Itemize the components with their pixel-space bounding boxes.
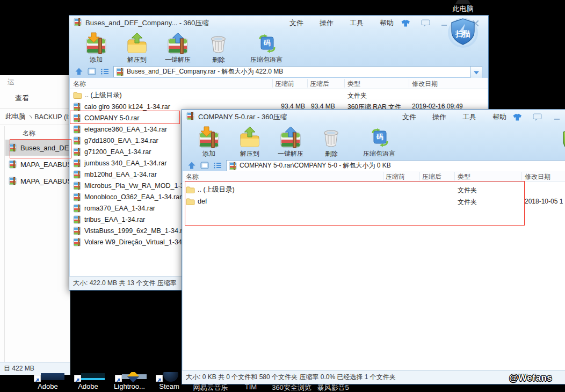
address-dropdown-button[interactable] <box>470 66 482 78</box>
window-title: Buses_and_DEF_Company... - 360压缩 <box>85 18 209 28</box>
rar-file-icon <box>73 238 82 246</box>
col-before[interactable]: 压缩前 <box>275 79 294 89</box>
up-level-icon[interactable] <box>187 161 196 172</box>
menu-bar: 文件 操作 工具 帮助 <box>289 16 394 31</box>
shortcut-label[interactable]: Adobe <box>78 382 98 390</box>
col-after[interactable]: 压缩后 <box>310 79 329 89</box>
lightroom-shortcut-icon[interactable] <box>115 372 147 382</box>
trash-icon <box>208 32 229 55</box>
col-name[interactable]: 名称 <box>73 79 86 89</box>
rar-file-icon <box>73 103 82 111</box>
col-type[interactable]: 类型 <box>458 172 470 182</box>
address-input[interactable]: COMPANY 5-0.rar\COMPANY 5-0 - 解包大小为 0 KB <box>226 160 565 171</box>
rar-file-icon <box>73 114 82 122</box>
archive-language-button[interactable]: 码 压缩包语言 <box>239 32 294 64</box>
svg-text:码: 码 <box>376 133 383 141</box>
skin-icon[interactable] <box>399 18 412 28</box>
window-title: COMPANY 5-0.rar - 360压缩 <box>198 112 287 122</box>
menu-file[interactable]: 文件 <box>289 18 303 28</box>
rar-file-icon <box>229 162 237 170</box>
this-pc-icon[interactable] <box>455 0 470 4</box>
shortcut-arrow-icon <box>156 375 163 382</box>
menu-file[interactable]: 文件 <box>402 112 416 122</box>
delete-button[interactable]: 删除 <box>198 32 239 64</box>
extract-to-button[interactable]: 解压到 <box>117 32 157 64</box>
menu-tools[interactable]: 工具 <box>350 18 364 28</box>
add-button[interactable]: 添加 <box>189 126 229 158</box>
adobe-shortcut-icon[interactable] <box>74 372 105 382</box>
file-explorer-window[interactable]: 运 查看 此电脑 BACKUP (I: 名称 Buses_and_DEF MAP… <box>0 75 70 375</box>
menu-operation[interactable]: 操作 <box>432 112 446 122</box>
breadcrumb-this-pc[interactable]: 此电脑 <box>5 112 26 121</box>
svg-text:码: 码 <box>263 39 271 47</box>
language-icon: 码 <box>367 126 391 149</box>
adobe-shortcut-icon[interactable] <box>34 372 65 382</box>
explorer-name-header[interactable]: 名称 <box>23 129 35 138</box>
skin-icon[interactable] <box>511 112 524 122</box>
view-mode-icon[interactable] <box>88 68 96 77</box>
one-click-extract-icon <box>279 126 302 149</box>
list-mode-icon[interactable] <box>213 162 222 171</box>
minimize-button[interactable] <box>550 112 563 122</box>
rar-file-icon <box>73 227 82 235</box>
title-bar[interactable]: COMPANY 5-0.rar - 360压缩 <box>182 110 565 125</box>
explorer-row[interactable]: MAPA_EAABUS <box>5 156 70 172</box>
feedback-icon[interactable] <box>419 18 432 28</box>
rar-file-icon <box>73 148 82 156</box>
col-name[interactable]: 名称 <box>186 172 199 182</box>
zip-window-company[interactable]: COMPANY 5-0.rar - 360压缩 文件 操作 工具 帮助 添加 <box>182 109 565 384</box>
archive-row[interactable]: .. (上级目录) 文件夹 <box>70 90 488 101</box>
col-type[interactable]: 类型 <box>347 79 360 89</box>
breadcrumb-drive[interactable]: BACKUP (I: <box>34 113 70 121</box>
col-after[interactable]: 压缩后 <box>422 172 441 182</box>
file-list: 名称 压缩前 压缩后 类型 修改日期 .. (上级目录) 文件夹 def 文件夹… <box>183 171 565 370</box>
menu-help[interactable]: 帮助 <box>380 18 394 28</box>
menu-operation[interactable]: 操作 <box>320 18 334 28</box>
menu-help[interactable]: 帮助 <box>492 112 506 122</box>
col-before[interactable]: 压缩前 <box>386 172 405 182</box>
list-mode-icon[interactable] <box>100 68 109 77</box>
archive-language-button[interactable]: 码 压缩包语言 <box>352 126 407 158</box>
feedback-icon[interactable] <box>531 112 544 122</box>
shortcut-arrow-icon <box>74 375 81 382</box>
one-click-extract-button[interactable]: 一键解压 <box>157 32 198 64</box>
shortcut-label[interactable]: Steam <box>159 382 179 390</box>
scan-shield-icon: 扫描 <box>446 16 480 49</box>
column-headers: 名称 压缩前 压缩后 类型 修改日期 <box>70 78 488 89</box>
scan-button[interactable]: 扫描 <box>446 16 480 49</box>
shortcut-label[interactable]: Lightroo... <box>114 382 145 390</box>
breadcrumb[interactable]: 此电脑 BACKUP (I: <box>0 108 70 125</box>
steam-shortcut-icon[interactable] <box>156 372 184 382</box>
menu-tools[interactable]: 工具 <box>462 112 476 122</box>
extract-to-button[interactable]: 解压到 <box>229 126 270 158</box>
toolbar: 添加 解压到 一键解压 删除 <box>69 32 488 65</box>
address-input[interactable]: Buses_and_DEF_Company.rar - 解包大小为 422.0 … <box>113 66 471 77</box>
tab-view[interactable]: 查看 <box>15 93 29 103</box>
address-row: COMPANY 5-0.rar\COMPANY 5-0 - 解包大小为 0 KB <box>182 159 565 172</box>
pane-divider <box>4 126 5 362</box>
up-level-icon[interactable] <box>75 67 83 78</box>
rar-file-icon <box>73 204 82 213</box>
archive-row[interactable]: .. (上级目录) 文件夹 <box>183 184 565 195</box>
col-date[interactable]: 修改日期 <box>412 79 438 89</box>
rar-file-icon <box>73 193 82 201</box>
archive-row[interactable]: def 文件夹 2018-10-05 1 <box>183 195 565 207</box>
explorer-row[interactable]: MAPA_EAABUS <box>5 173 70 189</box>
folder-icon <box>186 198 195 206</box>
one-click-extract-button[interactable]: 一键解压 <box>270 126 311 158</box>
svg-text:扫描: 扫描 <box>455 30 470 38</box>
col-date[interactable]: 修改日期 <box>525 172 550 182</box>
view-mode-icon[interactable] <box>200 162 209 171</box>
rar-app-icon <box>74 18 82 28</box>
scan-button[interactable] <box>558 126 565 159</box>
this-pc-label[interactable]: 此电脑 <box>453 4 474 14</box>
toolbar: 添加 解压到 一键解压 删除 <box>182 126 565 159</box>
watermark: @Wefans <box>509 373 552 383</box>
explorer-row-selected[interactable]: Buses_and_DEF <box>5 140 70 156</box>
delete-button[interactable]: 删除 <box>311 126 352 158</box>
add-button[interactable]: 添加 <box>76 32 117 64</box>
column-headers: 名称 压缩前 压缩后 类型 修改日期 <box>183 171 565 182</box>
shortcut-label[interactable]: Adobe <box>38 382 58 390</box>
desktop: 此电脑 运 查看 此电脑 BACKUP (I: 名称 Buses_and_DEF… <box>0 0 565 392</box>
shortcut-arrow-icon <box>34 375 41 382</box>
